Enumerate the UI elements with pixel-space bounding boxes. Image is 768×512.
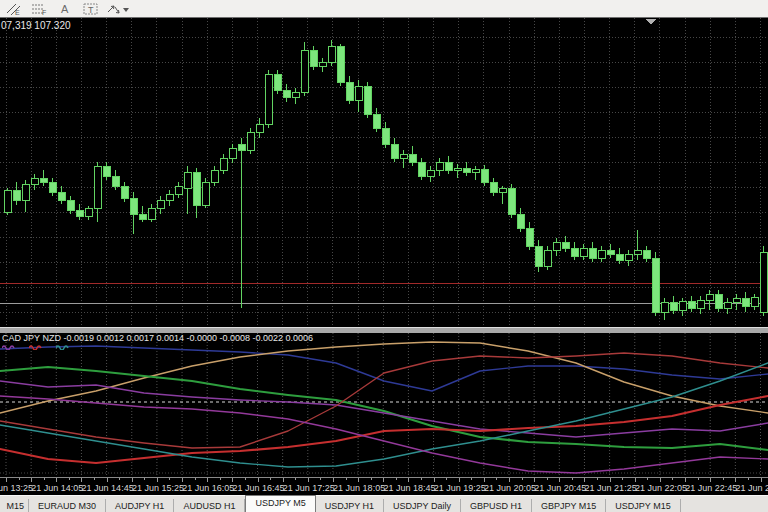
time-tick: [31, 478, 32, 482]
time-tick: [597, 478, 598, 480]
time-tick: [69, 478, 70, 480]
time-tick: [496, 478, 497, 480]
time-tick: [710, 478, 711, 482]
line-red: [0, 396, 768, 463]
chart-tab-audjpy-h1[interactable]: AUDJPY H1: [106, 499, 174, 512]
chart-tab-usdjpy-m5[interactable]: USDJPY M5: [245, 495, 315, 512]
bear-candle: [481, 169, 488, 182]
time-tick: [144, 478, 145, 480]
bear-candle: [382, 128, 389, 144]
text-label-icon[interactable]: T: [78, 1, 104, 16]
jpy-line-sample-icon: [29, 344, 44, 350]
bull-candle: [733, 298, 740, 302]
time-tick: [522, 478, 523, 480]
legend-currency-nzd: NZD: [42, 333, 61, 343]
time-tick: [371, 478, 372, 480]
arrows-icon[interactable]: [104, 1, 130, 16]
time-tick: [761, 478, 762, 482]
time-label: 21 Jun 19:25: [434, 483, 486, 493]
cad-line-sample-icon: [2, 344, 17, 350]
bear-candle: [49, 182, 56, 192]
bull-candle: [166, 194, 173, 200]
bull-candle: [760, 252, 767, 312]
time-tick: [308, 478, 309, 482]
candlestick-canvas[interactable]: [0, 18, 768, 329]
bear-candle: [337, 46, 344, 82]
time-tick: [408, 478, 409, 482]
bear-candle: [112, 176, 119, 186]
bear-candle: [121, 186, 128, 198]
time-tick: [94, 478, 95, 480]
mt4-window: E F A T 07,319 107.320 CAD JPY NZD -0.00…: [0, 0, 768, 512]
time-tick: [207, 478, 208, 482]
bull-candle: [220, 158, 227, 170]
chart-tab-gbpjpy-m15[interactable]: GBPJPY M15: [532, 499, 606, 512]
bear-candle: [508, 188, 515, 214]
bull-candle: [256, 124, 263, 132]
indicator-canvas[interactable]: [0, 333, 768, 477]
line-purple: [0, 381, 768, 437]
line-teal: [0, 363, 768, 467]
bear-candle: [562, 242, 569, 248]
equidistant-channel-icon[interactable]: E: [0, 1, 26, 16]
bull-candle: [544, 250, 551, 266]
time-tick: [383, 478, 384, 482]
chart-tab-usdjpy-daily[interactable]: USDJPY Daily: [384, 499, 461, 512]
bear-candle: [40, 178, 47, 182]
bear-candle: [238, 144, 245, 150]
main-chart-window[interactable]: 07,319 107.320: [0, 18, 768, 329]
time-tick: [346, 478, 347, 480]
bear-candle: [418, 162, 425, 176]
bear-candle: [76, 210, 83, 216]
bear-candle: [346, 82, 353, 100]
bear-candle: [310, 50, 317, 66]
bull-candle: [211, 170, 218, 182]
line-studies-toolbar: E F A T: [0, 0, 768, 18]
chart-tab-gbpusd-h1[interactable]: GBPUSD H1: [461, 499, 532, 512]
chart-tab-audusd-h1[interactable]: AUDUSD H1: [174, 499, 245, 512]
bull-candle: [625, 254, 632, 260]
bull-candle: [724, 302, 731, 308]
time-tick: [220, 478, 221, 480]
chart-tab-euraud-m30[interactable]: EURAUD M30: [29, 499, 106, 512]
chart-tab-usdjpy-m15[interactable]: USDJPY M15: [606, 499, 680, 512]
time-tick: [245, 478, 246, 480]
fibonacci-retracement-icon[interactable]: F: [26, 1, 52, 16]
bull-candle: [697, 300, 704, 308]
time-tick: [119, 478, 120, 480]
indicator-subwindow[interactable]: CAD JPY NZD -0.0019 0.0012 0.0017 0.0014…: [0, 333, 768, 477]
time-tick: [446, 478, 447, 480]
time-tick: [132, 478, 133, 482]
time-tick: [283, 478, 284, 482]
bull-candle: [580, 248, 587, 256]
time-tick: [459, 478, 460, 482]
bull-candle: [634, 250, 641, 254]
time-label: 21 Jun 14:45: [82, 483, 134, 493]
bull-candle: [148, 208, 155, 219]
time-tick: [484, 478, 485, 482]
legend-currency-cad: CAD: [2, 333, 21, 343]
time-label: 21 Jun 16:45: [233, 483, 285, 493]
bull-candle: [157, 200, 164, 208]
time-tick: [169, 478, 170, 480]
bull-candle: [751, 297, 758, 306]
time-tick: [232, 478, 233, 482]
bear-candle: [373, 114, 380, 128]
bear-candle: [364, 86, 371, 114]
time-tick: [723, 478, 724, 480]
bull-candle: [355, 86, 362, 100]
chart-tab-m15[interactable]: M15: [0, 499, 29, 512]
time-label: 21 Jun 22:05: [635, 483, 687, 493]
text-icon[interactable]: A: [52, 1, 78, 16]
time-tick: [6, 478, 7, 482]
chart-tab-usdjpy-h1[interactable]: USDJPY H1: [316, 499, 384, 512]
time-tick: [635, 478, 636, 482]
time-label: 21 Jun 22:45: [685, 483, 737, 493]
time-tick: [396, 478, 397, 480]
time-axis[interactable]: 21 Jun 13:2521 Jun 14:0521 Jun 14:4521 J…: [0, 477, 768, 496]
bull-candle: [553, 242, 560, 250]
bear-candle: [13, 190, 20, 200]
time-tick: [559, 478, 560, 482]
nzd-line-sample-icon: [56, 344, 71, 350]
bull-candle: [94, 166, 101, 208]
